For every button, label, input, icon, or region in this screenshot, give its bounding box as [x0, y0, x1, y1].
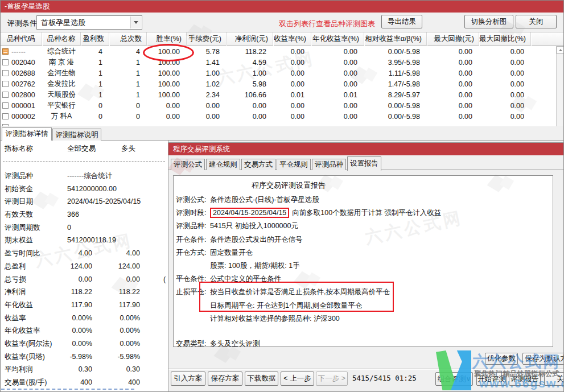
download-data-button[interactable]: 下载数据: [245, 372, 278, 386]
stock-checkbox-icon[interactable]: [2, 81, 9, 87]
metric-label: 评测品种: [5, 170, 33, 183]
tab-metrics-detail[interactable]: 评测指标详情: [2, 127, 52, 141]
metric-value-long: 117.90: [96, 299, 140, 312]
report-line: 交易类型:多头及空头评测: [176, 337, 546, 347]
optimize-params-button[interactable]: 优化参数: [485, 353, 518, 365]
metric-label: 收益率: [5, 312, 26, 325]
switch-analysis-chart-button[interactable]: 切换分析图: [464, 15, 513, 28]
report-line-label: 交易类型:: [176, 337, 210, 347]
cell-alpha-beta: 1.11/-5.98: [364, 69, 427, 77]
dialog-tab[interactable]: 设置报告: [347, 156, 381, 171]
col-header-annual-yield[interactable]: 年化收益率(%): [311, 32, 364, 46]
dialog-tab[interactable]: 建仓规则: [206, 159, 240, 170]
focus-dashed-line: [1, 389, 134, 390]
dialog-close-button[interactable]: 关闭: [544, 372, 564, 386]
stock-code: 002800: [11, 91, 35, 99]
stock-code: 002762: [11, 80, 35, 88]
cell-name: 综合统计: [42, 47, 81, 56]
col-header-netprofit[interactable]: 净利润(元): [227, 32, 273, 46]
col-header-fee[interactable]: 手续费(元): [187, 32, 227, 46]
chevron-down-icon[interactable]: [130, 16, 141, 28]
cell-total: 4: [109, 48, 147, 56]
col-header-max-drawdown[interactable]: 最大回撤(元): [427, 32, 479, 46]
start-eval-button[interactable]: 开始评测: [476, 372, 507, 386]
table-row[interactable]: 002762 金发拉比 1 1 100.00 1.02 5.98 0.00 0.…: [0, 79, 564, 89]
cell-alpha-beta: 1.47/-5.98: [364, 80, 427, 88]
table-row[interactable]: 002040 南 京 港 1 1 100.00 1.41 4.59 0.00 0…: [0, 57, 564, 68]
cell-winrate: 0.00: [147, 113, 187, 121]
col-header-max-drawdown-pct[interactable]: 最大回撤比(%): [479, 32, 531, 46]
metrics-panel: 指标名称 全部交易 多头 评测品种 -------综合统计 初始资金 54120…: [0, 141, 168, 392]
combo-eval-button[interactable]: 组合评测∨: [435, 372, 473, 386]
col-header-name[interactable]: 品种名称: [42, 32, 81, 46]
cell-wins: 1: [81, 59, 109, 67]
evaluation-dialog: 程序交易评测系统 评测公式 建仓规则 交易方式 平仓规则 评测品种 设置报告 程…: [168, 142, 564, 392]
report-line-label: 开仓条件:: [176, 233, 210, 246]
metric-row: 总盈利 124.00 124.00: [0, 260, 168, 273]
stock-checkbox-icon[interactable]: [2, 113, 9, 119]
next-step-button[interactable]: 下一步 >: [316, 372, 348, 386]
stock-checkbox-icon[interactable]: [2, 70, 9, 76]
report-line-text: 条件选股公式发出的开仓信号: [210, 236, 303, 244]
metric-value-long: 4.00: [96, 247, 140, 260]
table-row[interactable]: 002688 金河生物 1 1 100.00 1.00 1.00 0.00 0.…: [0, 68, 564, 79]
metric-row: 年化收益率 0.00% 0.00%: [0, 324, 168, 337]
condition-combobox[interactable]: 首板孕星选股: [36, 15, 142, 30]
metric-value-all: 0.00%: [43, 312, 92, 325]
scroll-up-icon[interactable]: [557, 46, 564, 54]
report-line-text: 5415只 初始投入1000000元: [210, 222, 298, 230]
tab-metrics-description[interactable]: 评测指标说明: [52, 129, 101, 141]
metric-value-long: 0.00%: [96, 312, 140, 325]
export-results-button[interactable]: 导出结果: [381, 15, 422, 28]
col-header-total[interactable]: 总次数: [109, 32, 147, 46]
dialog-tab[interactable]: 评测公式: [171, 159, 205, 170]
cell-max-drawdown: 0.00: [427, 80, 479, 88]
metrics-list: 评测品种 -------综合统计 初始资金 5412000000.00 评测日期…: [0, 170, 168, 389]
dialog-tab[interactable]: 平仓规则: [277, 159, 311, 170]
stock-checkbox-icon[interactable]: [2, 102, 9, 109]
prev-step-button[interactable]: < 上一步: [281, 372, 314, 386]
eval-report-button[interactable]: 评测报告: [509, 372, 541, 386]
save-as-default-button[interactable]: 保存为默认方案: [522, 353, 564, 365]
col-header-winrate[interactable]: 胜率(%): [147, 32, 187, 46]
metric-label: 净利润: [5, 286, 26, 299]
stock-checkbox-icon[interactable]: [2, 59, 9, 65]
col-header-code[interactable]: 品种代码: [0, 32, 42, 46]
table-row[interactable]: 000001 平安银行 0 0 0.00 0.00 0.00 0.00 0.00…: [0, 100, 564, 111]
table-row[interactable]: ------ 综合统计 4 4 100.00 5.78 118.22 0.00 …: [0, 46, 564, 57]
cell-code: 002800: [0, 91, 42, 99]
table-scrollbar[interactable]: [556, 46, 564, 126]
col-header-wins[interactable]: 盈利数: [81, 32, 109, 46]
cell-annual-yield: 0.00: [311, 69, 364, 77]
dialog-tab[interactable]: 评测品种: [312, 159, 346, 170]
metric-label: 收益率(贝塔): [5, 350, 45, 364]
col-header-alpha-beta[interactable]: 相对收益率α/β(%): [364, 32, 427, 46]
stock-checkbox-icon[interactable]: [2, 48, 9, 55]
cell-name: 平安银行: [42, 101, 81, 110]
stock-code: 002688: [11, 69, 35, 77]
cell-wins: 1: [81, 91, 109, 99]
cell-annual-yield: 0.00: [311, 80, 364, 88]
col-header-yield[interactable]: 收益率(%): [273, 32, 311, 46]
table-row[interactable]: 002800 天顺股份 1 1 100.00 2.34 106.66 0.01 …: [0, 89, 564, 100]
stock-checkbox-icon[interactable]: [2, 92, 9, 98]
report-line: 计算相对收益率选择的参照品种: 沪深300: [176, 312, 546, 325]
metric-value-all: 0.00%: [43, 337, 92, 350]
metric-row: 初始资金 5412000000.00: [0, 183, 168, 196]
cell-max-drawdown-pct: 0.00: [479, 59, 531, 67]
close-button[interactable]: 关闭: [516, 15, 557, 28]
report-line-label: 评测公式:: [176, 193, 210, 207]
metric-label: 盈亏时间比: [5, 247, 40, 260]
report-line-text: 按当日收盘价计算是否满足止损条件,按本周期最高价平仓: [210, 288, 390, 296]
import-plan-button[interactable]: 引入方案: [171, 372, 205, 386]
report-box: 程序交易评测设置报告 评测公式:条件选股公式-(日线)-首板孕星选股 评测时段:…: [173, 175, 553, 347]
save-plan-button[interactable]: 保存方案: [208, 372, 242, 386]
dialog-tab[interactable]: 交易方式: [241, 159, 275, 170]
metric-label: 评测周期数: [5, 221, 40, 234]
metric-row: 年化收益 117.90 117.90: [0, 299, 168, 312]
table-row[interactable]: 000002 万 科A 0 0 0.00 0.00 0.00 0.00 0.00…: [0, 111, 564, 122]
cell-code: ------: [0, 48, 42, 56]
cell-max-drawdown-pct: 0.00: [479, 102, 531, 110]
cell-code: 002688: [0, 69, 42, 77]
cell-alpha-beta: 3.95/-5.98: [364, 59, 427, 67]
